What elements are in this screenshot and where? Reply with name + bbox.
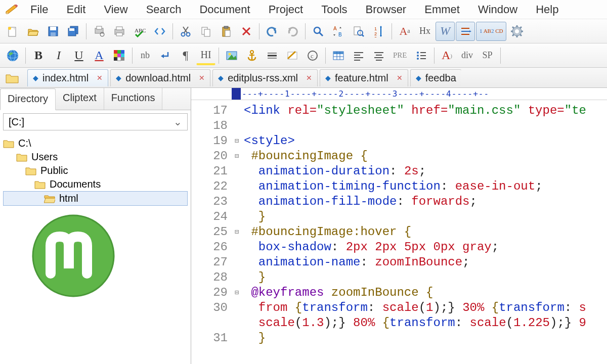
source-text[interactable]: <link rel="stylesheet" href="main.css" t… bbox=[242, 100, 607, 364]
highlight-btn[interactable]: HI bbox=[196, 46, 215, 65]
code-format-icon[interactable] bbox=[150, 22, 169, 41]
folder-tab-icon[interactable] bbox=[3, 70, 21, 86]
anchor-icon[interactable] bbox=[242, 46, 262, 65]
menu-window[interactable]: Window bbox=[470, 1, 526, 18]
svg-rect-26 bbox=[224, 26, 228, 28]
menu-project[interactable]: Project bbox=[261, 1, 311, 18]
toolbar-sep bbox=[259, 23, 259, 39]
toolbar-sep bbox=[219, 48, 219, 64]
sidebar-tab-directory[interactable]: Directory bbox=[0, 88, 56, 110]
hr-icon[interactable] bbox=[263, 46, 282, 65]
align-left-icon[interactable] bbox=[349, 46, 368, 65]
delete-icon[interactable] bbox=[237, 22, 256, 41]
image-icon[interactable] bbox=[222, 46, 241, 65]
undo-icon[interactable] bbox=[263, 22, 282, 41]
tab-label: download.html bbox=[125, 72, 191, 84]
open-file-icon[interactable] bbox=[23, 22, 42, 41]
svg-rect-65 bbox=[121, 54, 124, 57]
wordwrap-btn[interactable]: W bbox=[436, 22, 455, 41]
tree-row[interactable]: Documents bbox=[3, 177, 188, 191]
drive-select[interactable]: [C:] ⌄ bbox=[3, 113, 188, 130]
bold-btn[interactable]: B bbox=[29, 46, 48, 65]
font-size-btn[interactable]: Aa bbox=[395, 22, 414, 41]
toolbar-sep bbox=[434, 48, 435, 64]
replace-icon[interactable]: AB bbox=[329, 22, 348, 41]
cut-icon[interactable] bbox=[176, 22, 195, 41]
app-pencil-icon bbox=[4, 5, 20, 15]
copy-icon[interactable] bbox=[196, 22, 215, 41]
tab-close-icon[interactable]: ✕ bbox=[397, 74, 403, 82]
svg-point-97 bbox=[417, 55, 419, 57]
spellcheck-icon[interactable]: ABC bbox=[130, 22, 149, 41]
ruler: ---+----1----+----2----+----3----+----4-… bbox=[191, 88, 607, 100]
code-area[interactable]: 171819202122232425262728293031 ⊟⊟⊟⊟ <lin… bbox=[191, 100, 607, 364]
italic-btn[interactable]: I bbox=[49, 46, 68, 65]
ruler-scale: ---+----1----+----2----+----3----+----4-… bbox=[242, 89, 489, 99]
pre-btn[interactable]: PRE bbox=[389, 46, 411, 65]
svg-rect-64 bbox=[117, 54, 121, 57]
file-tab[interactable]: ◆ feature.html ✕ bbox=[320, 69, 408, 86]
new-file-icon[interactable] bbox=[3, 22, 22, 41]
nbsp-btn[interactable]: nb bbox=[136, 46, 155, 65]
menu-browser[interactable]: Browser bbox=[358, 1, 415, 18]
tab-close-icon[interactable]: ✕ bbox=[199, 74, 205, 82]
file-tab[interactable]: ◆ editplus-rss.xml ✕ bbox=[212, 69, 318, 86]
menu-tools[interactable]: Tools bbox=[313, 1, 355, 18]
fold-column[interactable]: ⊟⊟⊟⊟ bbox=[232, 100, 242, 364]
font-color-btn[interactable]: A bbox=[90, 46, 109, 65]
line-break-icon[interactable] bbox=[156, 46, 175, 65]
underline-btn[interactable]: U bbox=[69, 46, 89, 65]
sort-icon[interactable]: 123 bbox=[369, 22, 388, 41]
find-in-files-icon[interactable] bbox=[349, 22, 368, 41]
tab-close-icon[interactable]: ✕ bbox=[97, 74, 103, 82]
toolbar-sep bbox=[325, 48, 326, 64]
save-icon[interactable] bbox=[44, 22, 63, 41]
line-numbers-btn[interactable]: 1 AB 2 CD bbox=[476, 22, 506, 41]
svg-rect-62 bbox=[121, 50, 124, 54]
toolbar-sep bbox=[500, 48, 501, 64]
div-btn[interactable]: div bbox=[458, 46, 477, 65]
align-center-icon[interactable] bbox=[369, 46, 388, 65]
a-color-label: A bbox=[95, 49, 103, 62]
menu-view[interactable]: View bbox=[96, 1, 136, 18]
list-icon[interactable] bbox=[412, 46, 431, 65]
redo-icon[interactable] bbox=[283, 22, 302, 41]
paste-icon[interactable] bbox=[216, 22, 236, 41]
find-icon[interactable] bbox=[309, 22, 328, 41]
form-icon[interactable] bbox=[283, 46, 302, 65]
tree-label: Documents bbox=[50, 178, 101, 190]
menu-help[interactable]: Help bbox=[528, 1, 567, 18]
heading-btn[interactable]: Hx bbox=[415, 22, 435, 41]
save-all-icon[interactable] bbox=[64, 22, 83, 41]
svg-rect-84 bbox=[333, 52, 343, 54]
tab-close-icon[interactable]: ✕ bbox=[306, 74, 312, 82]
file-tab[interactable]: ◆ download.html ✕ bbox=[110, 69, 210, 86]
tree-row[interactable]: Public bbox=[3, 164, 188, 177]
pre-label: PRE bbox=[393, 51, 407, 60]
tree-row[interactable]: Users bbox=[3, 150, 188, 164]
font-face-btn[interactable]: A) bbox=[438, 46, 457, 65]
print-icon[interactable] bbox=[110, 22, 129, 41]
sidebar-tab-functions[interactable]: Functions bbox=[104, 88, 163, 110]
svg-rect-8 bbox=[51, 32, 56, 36]
color-palette-icon[interactable] bbox=[110, 46, 129, 65]
paragraph-btn[interactable]: ¶ bbox=[176, 46, 195, 65]
menu-document[interactable]: Document bbox=[191, 1, 258, 18]
sidebar-tab-cliptext[interactable]: Cliptext bbox=[56, 88, 104, 110]
copyright-icon[interactable]: c bbox=[303, 46, 322, 65]
span-btn[interactable]: SP bbox=[478, 46, 497, 65]
tree-row-selected[interactable]: html bbox=[3, 191, 188, 206]
print-preview-icon[interactable] bbox=[90, 22, 109, 41]
menu-file[interactable]: File bbox=[22, 1, 56, 18]
indent-guide-icon[interactable] bbox=[456, 22, 475, 41]
browser-globe-icon[interactable] bbox=[3, 46, 22, 65]
file-tab-active[interactable]: ◆ index.html ✕ bbox=[27, 69, 108, 86]
menu-search[interactable]: Search bbox=[138, 1, 190, 18]
menu-edit[interactable]: Edit bbox=[58, 1, 94, 18]
file-tab[interactable]: ◆ feedba bbox=[410, 69, 461, 86]
table-icon[interactable] bbox=[329, 46, 348, 65]
menu-emmet[interactable]: Emmet bbox=[416, 1, 468, 18]
settings-gear-icon[interactable] bbox=[507, 22, 527, 41]
tree-row[interactable]: C:\ bbox=[3, 136, 188, 150]
svg-rect-68 bbox=[121, 57, 124, 61]
